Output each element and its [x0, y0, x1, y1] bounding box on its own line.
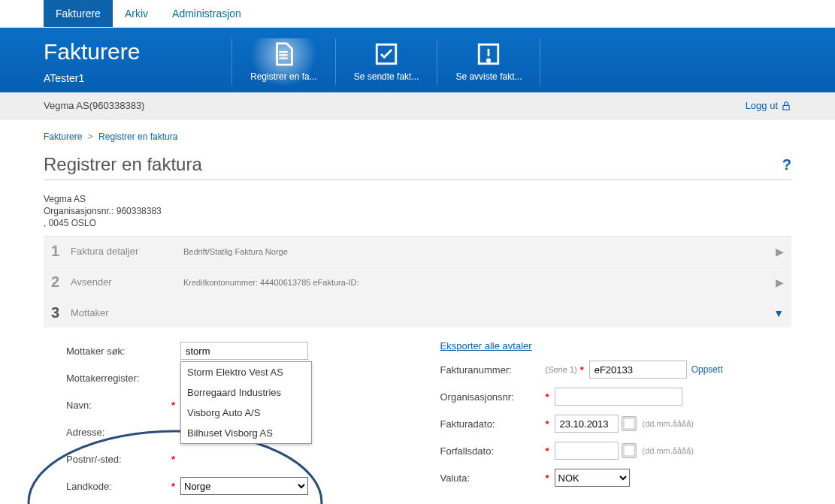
- tab-fakturere[interactable]: Fakturere: [44, 0, 113, 27]
- fakturanummer-input[interactable]: [589, 361, 687, 379]
- top-nav: Fakturere Arkiv Administrasjon: [0, 0, 835, 28]
- autocomplete-list: Storm Elektro Vest AS Borregaard Industr…: [180, 361, 312, 444]
- document-icon: [271, 41, 296, 67]
- action-registrer[interactable]: Registrer en fa...: [231, 38, 335, 85]
- banner-subtitle: ATester1: [44, 72, 231, 84]
- step-1[interactable]: 1 Faktura detaljer Bedrift/Statlig Faktu…: [44, 236, 791, 266]
- label-fakturanummer: Fakturanummer:: [440, 364, 546, 376]
- svg-point-3: [488, 59, 490, 62]
- calendar-icon[interactable]: [622, 416, 637, 431]
- banner-title: Fakturere: [44, 39, 231, 65]
- exclaim-square-icon: [476, 41, 501, 67]
- action-avviste[interactable]: Se avviste fakt...: [437, 38, 540, 85]
- calendar-icon[interactable]: [622, 443, 637, 458]
- action-sendte[interactable]: Se sendte fakt...: [335, 38, 437, 85]
- autocomplete-item[interactable]: Storm Elektro Vest AS: [181, 362, 311, 382]
- label-valuta: Valuta:: [440, 472, 546, 484]
- logout-link[interactable]: Logg ut: [746, 100, 791, 111]
- label-navn: Navn:: [66, 400, 171, 411]
- label-mottaker-sok: Mottaker søk:: [66, 346, 171, 357]
- landkode-select[interactable]: Norge: [180, 477, 308, 495]
- fakturadato-input[interactable]: [555, 415, 619, 433]
- chevron-right-icon: ▶: [776, 276, 784, 288]
- oppsett-link[interactable]: Oppsett: [691, 364, 723, 375]
- label-orgnr: Organisasjonsnr:: [440, 391, 546, 403]
- orgnr-input[interactable]: [555, 388, 682, 406]
- label-adresse: Adresse:: [66, 427, 171, 438]
- step-2[interactable]: 2 Avsender Kreditkontonummer: 4440061378…: [44, 267, 791, 297]
- autocomplete-item[interactable]: Borregaard Industries: [181, 382, 311, 403]
- sender-company-block: Vegma AS Organisasjonsnr.: 960338383 , 0…: [44, 194, 791, 228]
- svg-rect-4: [783, 105, 789, 110]
- lock-icon: [781, 101, 791, 111]
- label-forfallsdato: Forfallsdato:: [440, 445, 546, 457]
- breadcrumb-root[interactable]: Fakturere: [44, 131, 82, 142]
- tab-arkiv[interactable]: Arkiv: [113, 0, 160, 27]
- mottaker-sok-input[interactable]: [180, 342, 308, 360]
- help-icon[interactable]: ?: [782, 156, 791, 174]
- check-square-icon: [374, 41, 399, 67]
- banner: Fakturere ATester1 Registrer en fa... Se…: [0, 28, 835, 92]
- label-mottakerregister: Mottakerregister:: [66, 373, 171, 384]
- forfallsdato-input[interactable]: [555, 442, 619, 460]
- label-postnr: Postnr/-sted:: [66, 454, 171, 465]
- autocomplete-item[interactable]: Bilhuset Visborg AS: [181, 423, 311, 443]
- step-3[interactable]: 3 Mottaker ▼: [44, 297, 791, 327]
- chevron-down-icon: ▼: [773, 307, 784, 319]
- valuta-select[interactable]: NOK: [555, 469, 630, 487]
- export-avtaler-link[interactable]: Eksporter alle avtaler: [440, 340, 770, 352]
- sub-bar: Vegma AS(960338383) Logg ut: [0, 92, 835, 119]
- breadcrumb: Fakturere > Registrer en faktura: [44, 131, 791, 142]
- tab-administrasjon[interactable]: Administrasjon: [160, 0, 253, 27]
- breadcrumb-current: Registrer en faktura: [98, 131, 177, 142]
- label-fakturadato: Fakturadato:: [440, 418, 546, 430]
- chevron-right-icon: ▶: [776, 246, 784, 258]
- label-landkode: Landkode:: [66, 481, 171, 492]
- autocomplete-item[interactable]: Visborg Auto A/S: [181, 403, 311, 423]
- subbar-company: Vegma AS(960338383): [44, 100, 144, 111]
- page-title: Registrer en faktura: [44, 154, 202, 175]
